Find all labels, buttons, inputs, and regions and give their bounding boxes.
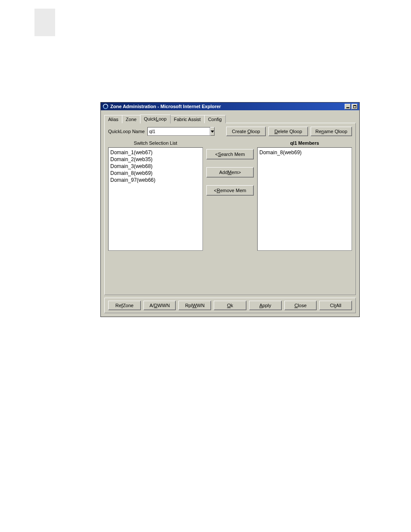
tab-quickloop-label-pre: Quick [144,116,156,121]
ie-icon [103,103,109,109]
members-header: ql1 Members [257,140,352,146]
tab-fabric-assist-label: Fabric Assist [174,117,201,122]
add-mem-pre: Add [219,170,228,175]
delete-qloop-label-u: D [274,129,278,134]
titlebar: Zone Administration - Microsoft Internet… [101,103,359,110]
list-item[interactable]: Domain_97(web66) [110,177,201,184]
clr-all-button[interactable]: Clr All [319,301,352,310]
rpl-wwn-u: W [192,303,196,308]
rpl-wwn-pre: Rpl [185,303,193,308]
add-mem-button[interactable]: Add Mem> [206,167,254,177]
quickloop-name-label: QuickLoop Name [108,129,145,134]
apply-u: A [259,303,262,308]
create-qloop-label-u: Q [247,129,251,134]
tab-alias[interactable]: Alias [104,115,122,123]
remove-mem-post: emove Mem [220,188,246,193]
list-item[interactable]: Domain_8(web69) [110,170,201,177]
list-item[interactable]: Domain_1(web67) [110,149,201,156]
remove-mem-button[interactable]: <Remove Mem [206,185,254,196]
ad-wwn-post: WWN [157,303,170,308]
delete-qloop-button[interactable]: Delete Qloop [268,127,308,136]
tab-config-label: Config [208,117,222,122]
quickloop-name-combo [147,127,199,136]
close-button[interactable]: Close [284,301,317,310]
rpl-wwn-button[interactable]: Rpl WWN [178,301,211,310]
clr-all-post: All [336,303,341,308]
switch-selection-header: Switch Selection List [108,140,203,146]
app-body: Alias Zone QuickLoop Fabric Assist Confi… [101,110,359,317]
apply-button[interactable]: Apply [249,301,282,310]
quickloop-name-dropdown-button[interactable] [210,127,215,136]
switch-selection-column: Switch Selection List Domain_1(web67)Dom… [108,140,203,251]
bottom-button-bar: Ref Zone A/D WWN Rpl WWN Ok Apply Close … [104,298,356,313]
ad-wwn-pre: A/ [149,303,154,308]
list-item[interactable]: Domain_2(web35) [110,156,201,163]
rename-qloop-button[interactable]: Rename Qloop [311,127,352,136]
tab-config[interactable]: Config [204,115,226,123]
rename-qloop-label-post: ame Qloop [324,129,347,134]
rpl-wwn-post: WN [197,303,205,308]
quickloop-panel: QuickLoop Name Create Qloop Delete Qloop… [104,123,356,295]
tab-fabric-assist[interactable]: Fabric Assist [170,115,205,123]
close-post: lose [298,303,306,308]
window-title: Zone Administration - Microsoft Internet… [110,104,344,109]
page-margin-block [34,9,55,36]
members-column: ql1 Members Domain_8(web69) [257,140,352,251]
tab-strip: Alias Zone QuickLoop Fabric Assist Confi… [104,114,356,123]
switch-selection-listbox[interactable]: Domain_1(web67)Domain_2(web35)Domain_3(w… [108,147,203,251]
create-qloop-button[interactable]: Create Qloop [226,127,266,136]
create-qloop-label-post: loop [251,129,260,134]
ok-post: k [231,303,234,308]
maximize-icon [353,105,356,108]
ok-button[interactable]: Ok [214,301,246,310]
zone-admin-window: Zone Administration - Microsoft Internet… [100,102,360,317]
tab-quickloop[interactable]: QuickLoop [140,115,171,124]
transfer-buttons-column: <Search Mem Add Mem> <Remove Mem [206,140,254,251]
chevron-down-icon [211,131,214,133]
search-mem-button[interactable]: <Search Mem [206,149,254,159]
ok-u: O [227,303,231,308]
ad-wwn-u: D [154,303,157,308]
members-listbox[interactable]: Domain_8(web69) [257,147,352,251]
add-mem-u: M [227,170,231,175]
minimize-icon [346,107,349,108]
search-mem-u: S [218,152,221,157]
ref-zone-button[interactable]: Ref Zone [108,301,141,310]
ref-zone-pre: Re [115,303,121,308]
tab-quickloop-label-post: oop [159,116,166,121]
apply-post: pply [262,303,271,308]
quickloop-name-input[interactable] [147,127,210,136]
tab-alias-label: Alias [108,117,118,122]
list-item[interactable]: Domain_8(web69) [259,149,350,156]
minimize-button[interactable] [345,104,351,109]
lists-row: Switch Selection List Domain_1(web67)Dom… [108,140,352,251]
ref-zone-post: Zone [123,303,134,308]
ad-wwn-button[interactable]: A/D WWN [143,301,176,310]
maximize-button[interactable] [352,104,358,109]
delete-qloop-label-post: elete Qloop [278,129,302,134]
name-row: QuickLoop Name Create Qloop Delete Qloop… [108,127,352,136]
remove-mem-u: R [217,188,220,193]
add-mem-post: em> [232,170,241,175]
tab-zone[interactable]: Zone [122,115,140,123]
list-item[interactable]: Domain_3(web68) [110,163,201,170]
rename-qloop-label-pre: Re [315,129,321,134]
create-qloop-label-pre: Create [232,129,247,134]
search-mem-post: earch Mem [221,152,245,157]
tab-zone-label: Zone [126,117,137,122]
close-u: C [294,303,298,308]
clr-all-pre: Cl [330,303,334,308]
